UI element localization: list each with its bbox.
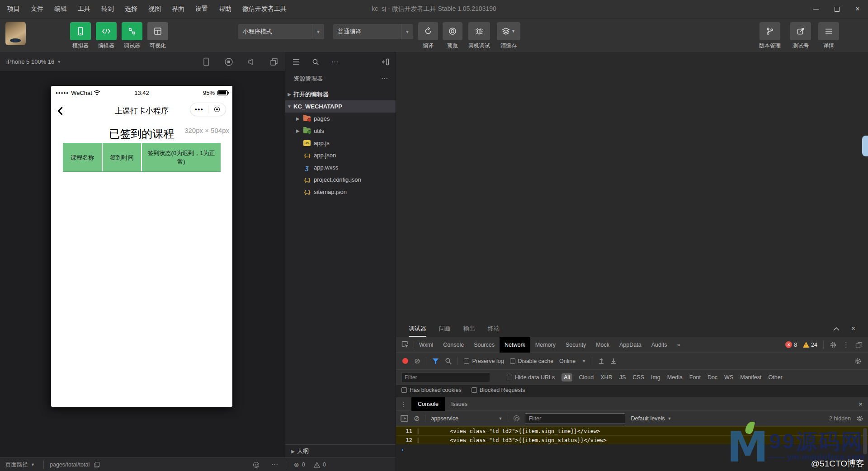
device-frame-toggle[interactable] (201, 57, 212, 67)
drawer-tab-issues[interactable]: Issues (445, 397, 474, 411)
devtools-tab-memory[interactable]: Memory (530, 337, 561, 353)
open-editors-section[interactable]: ▶ 打开的编辑器 (285, 88, 396, 100)
outline-section[interactable]: ▶ 大纲 (285, 444, 396, 457)
menu-goto[interactable]: 转到 (96, 0, 119, 18)
tab-output[interactable]: 输出 (463, 325, 475, 333)
tab-debugger[interactable]: 调试器 (409, 325, 426, 333)
close-drawer-icon[interactable]: × (859, 400, 863, 408)
drawer-tab-console[interactable]: Console (411, 397, 445, 411)
blocked-requests-checkbox[interactable]: Blocked Requests (472, 387, 525, 393)
mute-button[interactable] (246, 57, 257, 67)
kebab-menu-icon[interactable]: ⋮ (843, 341, 849, 349)
debugger-button[interactable] (122, 22, 142, 40)
filter-type-xhr[interactable]: XHR (600, 374, 612, 381)
import-har-icon[interactable] (598, 358, 604, 364)
device-selector[interactable]: iPhone 5 100% 16 (6, 58, 54, 65)
toggle-visualization[interactable]: 可视化 (147, 22, 168, 50)
file-utils[interactable]: ▶ utils (285, 125, 396, 137)
collapse-panel-icon[interactable] (382, 58, 389, 66)
capsule-close-button[interactable] (208, 103, 226, 116)
error-counter[interactable]: × 8 (785, 341, 797, 348)
clear-network-icon[interactable]: ⊘ (414, 358, 420, 365)
menu-interface[interactable]: 界面 (166, 0, 190, 18)
filter-type-font[interactable]: Font (689, 374, 701, 381)
screenshot-button[interactable] (269, 57, 279, 67)
devtools-tab-overflow[interactable]: » (672, 337, 685, 353)
preview-action[interactable]: 预览 (439, 22, 466, 50)
user-avatar[interactable] (5, 22, 26, 45)
details-button[interactable] (818, 22, 839, 40)
statusbar-more-icon[interactable]: ⋯ (271, 458, 278, 471)
compile-action[interactable]: 编译 (415, 22, 442, 50)
clear-console-icon[interactable]: ⊘ (414, 415, 420, 422)
execution-context-select[interactable]: appservice ▼ (431, 415, 502, 422)
capsule-more-button[interactable]: ●●● (190, 103, 208, 116)
filter-type-css[interactable]: CSS (632, 374, 644, 381)
console-settings-gear-icon[interactable] (856, 415, 863, 422)
inspect-element-button[interactable] (396, 341, 414, 349)
filter-type-all[interactable]: All (561, 373, 572, 382)
minimize-button[interactable] (806, 0, 826, 18)
page-path-selector[interactable]: 页面路径 ▼ (5, 458, 35, 471)
compile-select[interactable]: 普通编译 ▼ (333, 24, 413, 39)
preview-button[interactable] (443, 22, 462, 40)
version-manage-button[interactable] (760, 22, 780, 40)
menu-settings[interactable]: 设置 (190, 0, 213, 18)
more-icon[interactable]: ⋯ (331, 58, 339, 66)
console-log-line[interactable]: 11 | <view class="td td2">{{item.sign_ti… (396, 426, 868, 435)
filter-type-other[interactable]: Other (769, 374, 783, 381)
test-account-button[interactable] (790, 22, 811, 40)
filter-type-cloud[interactable]: Cloud (579, 374, 594, 381)
console-prompt[interactable]: › (396, 444, 868, 454)
menu-project[interactable]: 项目 (0, 0, 25, 18)
version-manage-action[interactable]: 版本管理 (754, 22, 786, 50)
filter-funnel-icon[interactable] (432, 358, 439, 364)
devtools-tab-console[interactable]: Console (438, 337, 469, 353)
file-sitemap[interactable]: sitemap.json (285, 186, 396, 198)
settings-gear-icon[interactable] (830, 341, 837, 349)
filter-type-img[interactable]: Img (651, 374, 660, 381)
file-app-wxss[interactable]: app.wxss (285, 161, 396, 174)
file-project-config[interactable]: project.config.json (285, 174, 396, 186)
network-filter-input[interactable] (401, 372, 490, 382)
record-network-icon[interactable] (402, 358, 408, 364)
menu-tools[interactable]: 工具 (72, 0, 96, 18)
mode-select[interactable]: 小程序模式 ▼ (238, 24, 324, 39)
console-scrollbar-thumb[interactable] (863, 428, 867, 454)
drawer-kebab-icon[interactable]: ⋮ (396, 400, 411, 408)
menu-help[interactable]: 帮助 (213, 0, 237, 18)
console-filter-input[interactable] (525, 413, 625, 424)
devtools-tab-mock[interactable]: Mock (591, 337, 614, 353)
scrollbar-thumb[interactable] (862, 136, 868, 156)
editor-button[interactable] (96, 22, 117, 40)
toggle-simulator[interactable]: 模拟器 (70, 22, 91, 50)
hide-data-urls-checkbox[interactable]: Hide data URLs (507, 374, 555, 381)
console-log-line[interactable]: 12 | <view class="td td3">{{item.sign_st… (396, 435, 868, 444)
file-list-icon[interactable] (292, 59, 300, 65)
filter-type-doc[interactable]: Doc (708, 374, 717, 381)
filter-type-media[interactable]: Media (667, 374, 683, 381)
compile-button[interactable] (418, 22, 438, 40)
menu-select[interactable]: 选择 (119, 0, 143, 18)
filter-type-js[interactable]: JS (619, 374, 626, 381)
clear-cache-button[interactable]: ▼ (497, 22, 520, 40)
record-button[interactable] (223, 57, 234, 67)
close-panel-icon[interactable]: × (851, 325, 855, 333)
remote-debug-action[interactable]: 真机调试 (465, 22, 494, 50)
remote-debug-button[interactable] (468, 22, 490, 40)
filter-type-ws[interactable]: WS (724, 374, 733, 381)
explorer-more-icon[interactable]: ⋯ (381, 75, 388, 83)
menu-edit[interactable]: 编辑 (49, 0, 72, 18)
devtools-tab-audits[interactable]: Audits (646, 337, 672, 353)
filter-type-manifest[interactable]: Manifest (740, 374, 761, 381)
devtools-tab-security[interactable]: Security (561, 337, 591, 353)
preview-toggle[interactable] (253, 458, 259, 471)
toggle-debugger[interactable]: 调试器 (122, 22, 142, 50)
devtools-tab-network[interactable]: Network (500, 337, 530, 353)
menu-devtools[interactable]: 微信开发者工具 (237, 0, 292, 18)
clear-cache-action[interactable]: ▼ 清缓存 (494, 22, 524, 50)
file-app-json[interactable]: app.json (285, 149, 396, 161)
copy-path-icon[interactable] (94, 462, 99, 467)
simulator-button[interactable] (70, 22, 91, 40)
tab-problems[interactable]: 问题 (439, 325, 451, 333)
